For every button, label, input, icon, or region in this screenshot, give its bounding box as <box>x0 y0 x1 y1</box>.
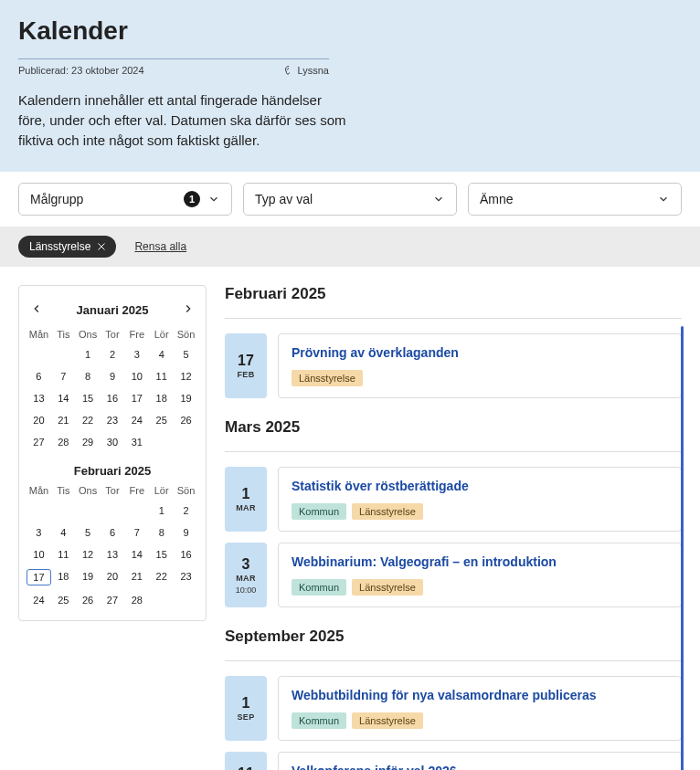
event-card[interactable]: Prövning av överklagandenLänsstyrelse <box>278 333 682 398</box>
calendar-day[interactable]: 6 <box>101 525 125 540</box>
month-divider <box>225 660 682 661</box>
calendar-day[interactable]: 20 <box>27 413 51 427</box>
filter-typ-av-val[interactable]: Typ av val <box>243 183 457 216</box>
calendar-day[interactable]: 20 <box>101 569 125 585</box>
calendar-day[interactable]: 27 <box>27 435 51 449</box>
calendar-day[interactable]: 31 <box>124 435 149 449</box>
event-title[interactable]: Statistik över röstberättigade <box>292 479 668 493</box>
filter-målgrupp[interactable]: Målgrupp 1 <box>18 183 232 216</box>
clear-all-link[interactable]: Rensa alla <box>134 240 186 253</box>
event-card[interactable]: Valkonferens inför val 2026KommunLänssty… <box>278 752 682 770</box>
event-title[interactable]: Valkonferens inför val 2026 <box>292 764 668 770</box>
event-row: 1SEPWebbutbildning för nya valsamordnare… <box>225 676 682 741</box>
chevron-down-icon <box>432 193 445 206</box>
calendar-day[interactable]: 27 <box>101 593 125 607</box>
calendar-day[interactable]: 23 <box>101 413 125 427</box>
calendar-day[interactable]: 22 <box>76 413 101 427</box>
calendar-day[interactable]: 18 <box>149 391 174 406</box>
filter-typ-label: Typ av val <box>255 192 313 206</box>
calendar-day[interactable]: 1 <box>149 503 174 518</box>
calendar-weekday: Lör <box>149 329 174 340</box>
calendar-day[interactable]: 17 <box>124 391 149 406</box>
event-row: 3MAR10:00Webbinarium: Valgeografi – en i… <box>225 543 682 607</box>
filter-målgrupp-count: 1 <box>184 191 200 207</box>
calendar-day[interactable]: 8 <box>149 525 174 540</box>
calendar-day[interactable]: 9 <box>174 525 198 540</box>
calendar-day[interactable]: 4 <box>51 525 76 540</box>
event-title[interactable]: Prövning av överklaganden <box>292 345 668 360</box>
event-card[interactable]: Webbinarium: Valgeografi – en introdukti… <box>278 543 682 607</box>
calendar-day[interactable]: 16 <box>101 391 125 406</box>
calendar-day[interactable]: 25 <box>149 413 174 427</box>
calendar-day[interactable]: 5 <box>174 347 198 362</box>
calendar-day[interactable]: 28 <box>51 435 76 449</box>
close-icon <box>96 241 107 252</box>
calendar-day[interactable]: 12 <box>174 369 198 384</box>
event-tag-lans: Länsstyrelse <box>292 370 363 386</box>
calendar-day[interactable]: 22 <box>149 569 174 585</box>
calendar-day[interactable]: 14 <box>124 547 149 562</box>
calendar-day[interactable]: 18 <box>51 569 76 585</box>
calendar-day[interactable]: 13 <box>101 547 125 562</box>
calendar-day[interactable]: 26 <box>174 413 198 427</box>
calendar-day[interactable]: 14 <box>51 391 76 406</box>
event-month: MAR <box>236 503 256 512</box>
calendar-day[interactable]: 9 <box>101 369 125 384</box>
calendar-day[interactable]: 24 <box>27 593 51 607</box>
filter-amne[interactable]: Ämne <box>468 183 682 216</box>
calendar-day[interactable]: 28 <box>124 593 149 607</box>
calendar-day[interactable]: 5 <box>76 525 101 540</box>
filter-chip-lansstyrelse[interactable]: Länsstyrelse <box>18 236 116 258</box>
calendar-day[interactable]: 15 <box>76 391 101 406</box>
calendar-day[interactable]: 10 <box>27 547 51 562</box>
calendar-day[interactable]: 4 <box>149 347 174 362</box>
event-date-box: 1SEP <box>225 676 267 741</box>
calendar-day[interactable]: 7 <box>124 525 149 540</box>
calendar-day[interactable]: 21 <box>124 569 149 585</box>
calendar-day[interactable]: 15 <box>149 547 174 562</box>
calendar-day[interactable]: 11 <box>149 369 174 384</box>
calendar-day[interactable]: 7 <box>51 369 76 384</box>
calendar-day[interactable]: 21 <box>51 413 76 427</box>
prev-month-button[interactable] <box>27 299 47 322</box>
next-month-button[interactable] <box>178 299 198 322</box>
calendar-day[interactable]: 6 <box>27 369 51 384</box>
calendar-day[interactable]: 1 <box>76 347 101 362</box>
calendar-day[interactable]: 12 <box>76 547 101 562</box>
filter-amne-label: Ämne <box>480 192 514 206</box>
month-divider <box>225 318 682 319</box>
listen-button[interactable]: Lyssna <box>283 65 329 76</box>
event-title[interactable]: Webbutbildning för nya valsamordnare pub… <box>292 688 668 702</box>
calendar-day[interactable]: 30 <box>101 435 125 449</box>
event-title[interactable]: Webbinarium: Valgeografi – en introdukti… <box>292 554 668 569</box>
event-tag-kommun: Kommun <box>292 579 346 596</box>
event-card[interactable]: Webbutbildning för nya valsamordnare pub… <box>278 676 682 741</box>
calendar-day[interactable]: 2 <box>174 503 198 518</box>
calendar-day[interactable]: 11 <box>51 547 76 562</box>
calendar-day[interactable]: 25 <box>51 593 76 607</box>
calendar-day[interactable]: 17 <box>27 569 51 585</box>
calendar-day[interactable]: 8 <box>76 369 101 384</box>
event-date-box: 3MAR10:00 <box>225 543 267 607</box>
calendar-day[interactable]: 19 <box>174 391 198 406</box>
event-month: SEP <box>237 712 254 722</box>
calendar-weekday: Fre <box>124 485 149 496</box>
calendar-day[interactable]: 2 <box>101 347 125 362</box>
event-card[interactable]: Statistik över röstberättigadeKommunLäns… <box>278 467 682 532</box>
calendar-day[interactable]: 10 <box>124 369 149 384</box>
listen-label: Lyssna <box>298 65 329 76</box>
chevron-down-icon <box>207 193 220 206</box>
calendar-month1-title: Januari 2025 <box>77 303 149 317</box>
calendar-day[interactable]: 29 <box>76 435 101 449</box>
calendar-day[interactable]: 26 <box>76 593 101 607</box>
calendar-day[interactable]: 16 <box>174 547 198 562</box>
calendar-day[interactable]: 3 <box>124 347 149 362</box>
calendar-day[interactable]: 13 <box>27 391 51 406</box>
event-month: MAR <box>236 574 256 583</box>
chevron-right-icon <box>182 302 195 315</box>
event-day: 1 <box>242 486 250 502</box>
calendar-day[interactable]: 24 <box>124 413 149 427</box>
calendar-day[interactable]: 19 <box>76 569 101 585</box>
calendar-day[interactable]: 3 <box>27 525 51 540</box>
calendar-day[interactable]: 23 <box>174 569 198 585</box>
